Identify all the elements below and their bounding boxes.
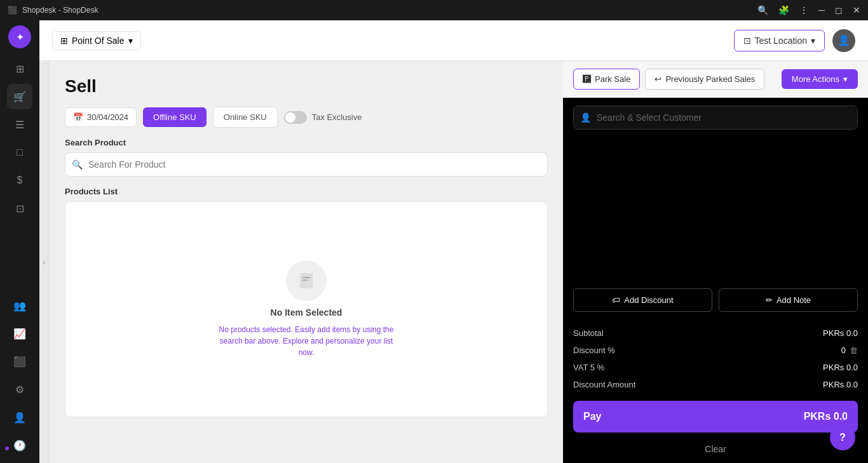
- pay-label: Pay: [583, 411, 601, 422]
- pos-chevron-icon: ▾: [128, 36, 133, 46]
- previously-parked-label: Previously Parked Sales: [665, 74, 755, 84]
- search-icon: 🔍: [72, 159, 83, 170]
- products-list-label: Products List: [65, 187, 548, 196]
- pos-selector[interactable]: ⊞ Point Of Sale ▾: [52, 31, 141, 50]
- vat-row: VAT 5 % PKRs 0.0: [573, 359, 858, 376]
- date-value: 30/04/2024: [87, 112, 128, 122]
- page-title: Sell: [65, 76, 548, 97]
- calendar-icon: 📅: [73, 112, 83, 122]
- topbar-left: ⊞ Point Of Sale ▾: [52, 31, 141, 50]
- subtotal-value: PKRs 0.0: [823, 328, 858, 338]
- vat-value: PKRs 0.0: [823, 363, 858, 372]
- left-panel: Sell 📅 30/04/2024 Offline SKU Online SKU…: [50, 61, 563, 463]
- maximize-button[interactable]: ◻: [835, 5, 843, 15]
- customer-icon: 👤: [580, 112, 591, 123]
- online-sku-button[interactable]: Online SKU: [213, 107, 278, 128]
- search-icon[interactable]: 🔍: [757, 5, 768, 15]
- subtotal-label: Subtotal: [573, 328, 604, 338]
- discount-amount-value: PKRs 0.0: [823, 380, 858, 389]
- pay-amount: PKRs 0.0: [804, 411, 848, 422]
- pos-grid-icon: ⊞: [60, 36, 68, 46]
- app-logo[interactable]: ✦: [8, 25, 31, 48]
- empty-title: No Item Selected: [271, 307, 342, 318]
- titlebar: ⬛ Shopdesk - ShopDesk 🔍 🧩 ⋮ ─ ◻ ✕: [0, 0, 868, 20]
- customer-search-section: 👤: [563, 98, 868, 137]
- extensions-icon[interactable]: 🧩: [778, 5, 789, 15]
- notification-dot: [5, 446, 9, 450]
- tax-exclusive-toggle[interactable]: [284, 111, 307, 124]
- sidebar-item-settings[interactable]: ⚙: [7, 377, 32, 402]
- products-list-box: No Item Selected No products selected. E…: [65, 201, 548, 417]
- location-icon: ⊡: [743, 36, 751, 46]
- add-note-label: Add Note: [776, 295, 811, 305]
- discount-row: Discount % 0 🗑: [573, 342, 858, 359]
- parked-icon: ↩: [654, 74, 661, 84]
- cart-area: [563, 137, 868, 281]
- collapse-handle[interactable]: ‹: [39, 61, 50, 463]
- empty-state: No Item Selected No products selected. E…: [217, 260, 395, 358]
- order-summary: Subtotal PKRs 0.0 Discount % 0 🗑 VAT 5 %…: [563, 319, 868, 401]
- app-title: Shopdesk - ShopDesk: [22, 6, 98, 15]
- customer-search-input[interactable]: [574, 106, 857, 129]
- sidebar-item-analytics[interactable]: ⬛: [7, 349, 32, 374]
- location-name: Test Location: [755, 36, 808, 46]
- sidebar-item-dashboard[interactable]: ⊞: [7, 56, 32, 81]
- product-search-input[interactable]: [65, 153, 547, 176]
- toggle-knob: [285, 112, 295, 123]
- sidebar-item-pos[interactable]: 🛒: [7, 84, 32, 109]
- sidebar-item-orders[interactable]: ☰: [7, 112, 32, 137]
- discount-value-container: 0 🗑: [841, 346, 858, 355]
- right-panel: 🅿 Park Sale ↩ Previously Parked Sales Mo…: [563, 61, 868, 463]
- add-discount-button[interactable]: 🏷 Add Discount: [573, 288, 712, 312]
- discount-label: Discount %: [573, 346, 615, 355]
- user-avatar[interactable]: 👤: [832, 29, 855, 52]
- topbar: ⊞ Point Of Sale ▾ ⊡ Test Location ▾ 👤: [39, 20, 868, 61]
- more-actions-button[interactable]: More Actions ▾: [782, 69, 858, 89]
- sidebar-item-reports[interactable]: 📈: [7, 321, 32, 346]
- tax-exclusive-toggle-container: Tax Exclusive: [284, 111, 362, 124]
- minimize-button[interactable]: ─: [818, 5, 825, 15]
- search-product-label: Search Product: [65, 138, 548, 147]
- product-search-wrap: 🔍: [65, 152, 548, 177]
- discount-icon: 🏷: [612, 295, 620, 305]
- more-actions-label: More Actions: [792, 74, 839, 84]
- titlebar-controls: 🔍 🧩 ⋮ ─ ◻ ✕: [757, 5, 860, 15]
- topbar-right: ⊡ Test Location ▾ 👤: [734, 29, 856, 52]
- delete-discount-icon[interactable]: 🗑: [850, 346, 858, 355]
- offline-sku-button[interactable]: Offline SKU: [143, 107, 207, 127]
- app-icon: ⬛: [8, 6, 17, 15]
- sidebar-item-dollar[interactable]: $: [7, 168, 32, 193]
- sidebar-item-history[interactable]: 🕐: [7, 433, 32, 458]
- main-area: ⊞ Point Of Sale ▾ ⊡ Test Location ▾ 👤 ‹ …: [39, 20, 868, 463]
- more-actions-chevron-icon: ▾: [843, 74, 848, 84]
- svg-rect-1: [302, 277, 310, 278]
- note-icon: ✏: [766, 295, 773, 305]
- cart-actions: 🏷 Add Discount ✏ Add Note: [563, 281, 868, 319]
- sidebar-item-customers[interactable]: 👥: [7, 293, 32, 318]
- pay-button[interactable]: Pay PKRs 0.0: [573, 401, 858, 433]
- date-picker[interactable]: 📅 30/04/2024: [65, 107, 137, 127]
- help-button[interactable]: ?: [830, 425, 855, 450]
- park-sale-label: Park Sale: [595, 74, 630, 84]
- empty-desc: No products selected. Easily add items b…: [217, 324, 395, 358]
- park-sale-button[interactable]: 🅿 Park Sale: [573, 69, 640, 90]
- park-icon: 🅿: [583, 74, 591, 84]
- vat-label: VAT 5 %: [573, 363, 604, 372]
- location-selector[interactable]: ⊡ Test Location ▾: [734, 30, 825, 51]
- sidebar: ✦ ⊞ 🛒 ☰ □ $ ⊡ 👥 📈 ⬛ ⚙ 👤 🕐: [0, 20, 39, 463]
- sidebar-item-user[interactable]: 👤: [7, 405, 32, 430]
- previously-parked-sales-button[interactable]: ↩ Previously Parked Sales: [645, 69, 764, 90]
- pos-label: Point Of Sale: [72, 36, 125, 46]
- close-button[interactable]: ✕: [853, 5, 860, 15]
- clear-button[interactable]: Clear: [563, 438, 868, 460]
- sidebar-item-products[interactable]: □: [7, 140, 32, 165]
- add-note-button[interactable]: ✏ Add Note: [719, 288, 858, 312]
- empty-state-icon: [286, 260, 327, 301]
- menu-icon[interactable]: ⋮: [799, 5, 808, 15]
- sidebar-item-inventory[interactable]: ⊡: [7, 196, 32, 221]
- svg-rect-2: [302, 279, 308, 281]
- location-chevron-icon: ▾: [811, 36, 815, 46]
- toolbar: 📅 30/04/2024 Offline SKU Online SKU Tax …: [65, 107, 548, 128]
- add-discount-label: Add Discount: [624, 295, 673, 305]
- discount-amount-row: Discount Amount PKRs 0.0: [573, 376, 858, 393]
